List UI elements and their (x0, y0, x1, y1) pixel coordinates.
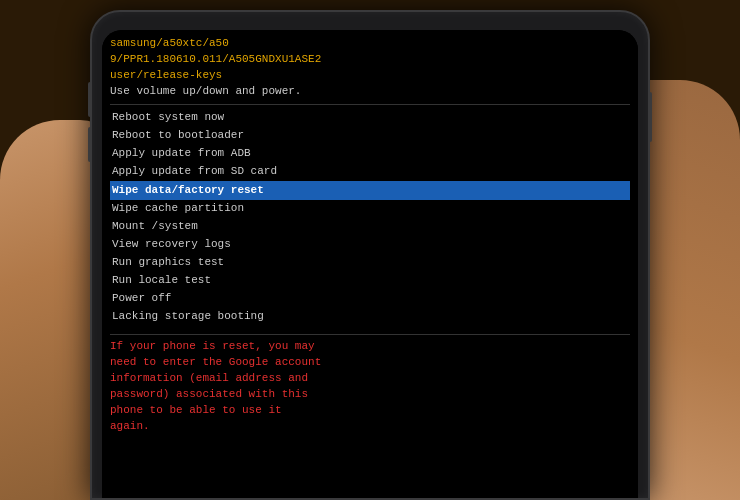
volume-up-button (88, 82, 92, 117)
recovery-menu: Reboot system now Reboot to bootloader A… (110, 109, 630, 326)
power-button (648, 92, 652, 142)
menu-item-power-off[interactable]: Power off (110, 290, 630, 308)
menu-item-locale-test[interactable]: Run locale test (110, 272, 630, 290)
menu-item-wipe-data[interactable]: Wipe data/factory reset (110, 181, 630, 201)
menu-item-lacking-storage[interactable]: Lacking storage booting (110, 308, 630, 326)
warning-line-1: If your phone is reset, you may (110, 339, 630, 355)
warning-line-4: password) associated with this (110, 387, 630, 403)
menu-item-graphics-test[interactable]: Run graphics test (110, 254, 630, 272)
warning-line-6: again. (110, 419, 630, 435)
volume-down-button (88, 127, 92, 162)
phone-body: samsung/a50xtc/a50 9/PPR1.180610.011/A50… (90, 10, 650, 500)
menu-item-apply-sd[interactable]: Apply update from SD card (110, 163, 630, 181)
instructions-line: Use volume up/down and power. (110, 85, 301, 97)
warning-line-5: phone to be able to use it (110, 403, 630, 419)
frp-warning: If your phone is reset, you may need to … (110, 334, 630, 435)
menu-item-reboot-bootloader[interactable]: Reboot to bootloader (110, 127, 630, 145)
menu-item-reboot-system[interactable]: Reboot system now (110, 109, 630, 127)
release-keys-line: user/release-keys (110, 69, 222, 81)
menu-item-wipe-cache[interactable]: Wipe cache partition (110, 200, 630, 218)
device-info-header: samsung/a50xtc/a50 9/PPR1.180610.011/A50… (110, 36, 630, 105)
menu-item-apply-adb[interactable]: Apply update from ADB (110, 145, 630, 163)
build-id-line: 9/PPR1.180610.011/A505GNDXU1ASE2 (110, 53, 321, 65)
warning-line-2: need to enter the Google account (110, 355, 630, 371)
recovery-console: samsung/a50xtc/a50 9/PPR1.180610.011/A50… (102, 30, 638, 498)
device-model-line: samsung/a50xtc/a50 (110, 37, 229, 49)
menu-item-mount-system[interactable]: Mount /system (110, 218, 630, 236)
menu-item-view-logs[interactable]: View recovery logs (110, 236, 630, 254)
phone-screen: samsung/a50xtc/a50 9/PPR1.180610.011/A50… (102, 30, 638, 498)
scene: samsung/a50xtc/a50 9/PPR1.180610.011/A50… (0, 0, 740, 500)
warning-line-3: information (email address and (110, 371, 630, 387)
